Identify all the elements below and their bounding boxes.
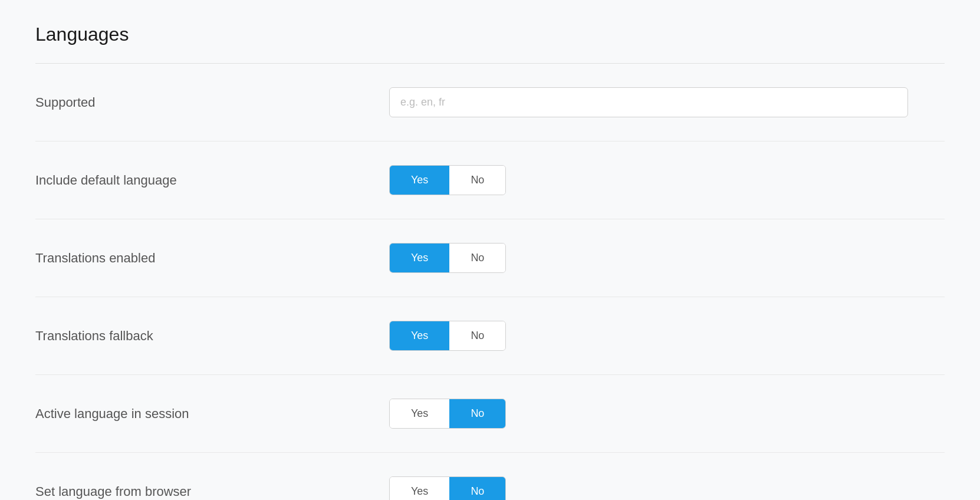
- row-set-language-from-browser: Set language from browserYesNo: [35, 453, 945, 500]
- toggle-yes-set-language-from-browser[interactable]: Yes: [390, 477, 449, 500]
- toggle-no-include-default-language[interactable]: No: [449, 166, 505, 195]
- toggle-set-language-from-browser: YesNo: [389, 476, 506, 500]
- toggle-no-set-language-from-browser[interactable]: No: [449, 477, 505, 500]
- page-title: Languages: [35, 24, 945, 45]
- label-active-language-in-session: Active language in session: [35, 406, 389, 422]
- toggle-yes-include-default-language[interactable]: Yes: [390, 166, 449, 195]
- toggle-yes-active-language-in-session[interactable]: Yes: [390, 399, 449, 428]
- row-include-default-language: Include default languageYesNo: [35, 142, 945, 219]
- control-set-language-from-browser: YesNo: [389, 476, 945, 500]
- input-supported[interactable]: [389, 87, 908, 117]
- label-include-default-language: Include default language: [35, 173, 389, 188]
- toggle-no-translations-enabled[interactable]: No: [449, 244, 505, 272]
- control-include-default-language: YesNo: [389, 165, 945, 195]
- row-translations-fallback: Translations fallbackYesNo: [35, 297, 945, 375]
- row-translations-enabled: Translations enabledYesNo: [35, 219, 945, 297]
- row-supported: Supported: [35, 64, 945, 142]
- label-translations-fallback: Translations fallback: [35, 328, 389, 344]
- toggle-active-language-in-session: YesNo: [389, 399, 506, 429]
- settings-container: SupportedInclude default languageYesNoTr…: [35, 64, 945, 500]
- control-supported: [389, 87, 945, 117]
- control-translations-fallback: YesNo: [389, 321, 945, 351]
- toggle-yes-translations-enabled[interactable]: Yes: [390, 244, 449, 272]
- control-active-language-in-session: YesNo: [389, 399, 945, 429]
- toggle-no-translations-fallback[interactable]: No: [449, 321, 505, 350]
- label-translations-enabled: Translations enabled: [35, 251, 389, 266]
- label-supported: Supported: [35, 95, 389, 110]
- row-active-language-in-session: Active language in sessionYesNo: [35, 375, 945, 453]
- toggle-include-default-language: YesNo: [389, 165, 506, 195]
- toggle-yes-translations-fallback[interactable]: Yes: [390, 321, 449, 350]
- toggle-translations-fallback: YesNo: [389, 321, 506, 351]
- control-translations-enabled: YesNo: [389, 243, 945, 273]
- toggle-translations-enabled: YesNo: [389, 243, 506, 273]
- label-set-language-from-browser: Set language from browser: [35, 484, 389, 499]
- toggle-no-active-language-in-session[interactable]: No: [449, 399, 505, 428]
